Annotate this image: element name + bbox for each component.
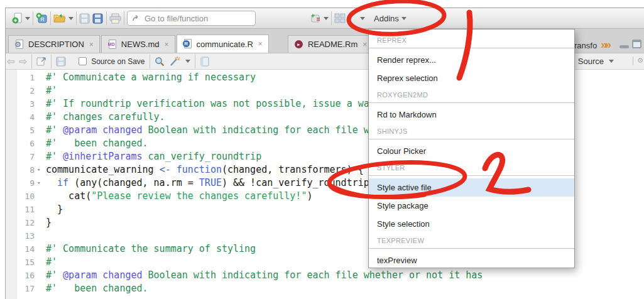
compile-notebook-icon[interactable]	[200, 57, 210, 67]
menu-item-style-package[interactable]: Style package	[369, 197, 574, 215]
main-toolbar: R Go to file/function	[6, 8, 644, 29]
code-text: cat("Please review the changes carefully…	[46, 190, 312, 203]
menu-separator	[369, 175, 574, 176]
source-on-save-checkbox[interactable]	[79, 57, 87, 65]
code-text: #'	[46, 84, 57, 97]
line-number: 5	[6, 124, 35, 137]
addins-dropdown-menu: REPREXRender reprex...Reprex selectionRO…	[368, 29, 575, 268]
line-number: 8	[6, 163, 35, 177]
code-line-16[interactable]: 16#' @param changed Boolean with indicat…	[6, 269, 644, 282]
toolbar-separator	[50, 11, 51, 25]
toolbar-separator	[195, 55, 195, 68]
pane-minimize-icon[interactable]	[619, 45, 629, 48]
open-file-icon[interactable]	[53, 13, 66, 23]
open-in-new-window-icon[interactable]	[36, 57, 46, 66]
line-number: 2	[6, 84, 35, 97]
tab-close-icon[interactable]: ×	[89, 40, 94, 49]
tab-close-icon[interactable]: ×	[363, 40, 367, 49]
toolbar-separator	[106, 11, 107, 25]
new-file-icon[interactable]	[12, 13, 23, 24]
source-on-save-label: Source on Save	[91, 57, 145, 66]
wand-dropdown-caret[interactable]	[185, 60, 190, 63]
menu-separator	[369, 48, 574, 48]
tab-close-icon[interactable]: ×	[258, 40, 263, 48]
line-number: 13	[6, 229, 35, 242]
menu-separator	[369, 248, 574, 249]
print-icon[interactable]	[109, 13, 121, 24]
menu-section-header: ROXYGEN2MD	[369, 87, 574, 100]
tab-README.Rm[interactable]: ▸README.Rm×	[288, 35, 373, 53]
save-icon[interactable]	[56, 57, 66, 67]
line-number: 12	[6, 216, 35, 229]
rmd-file-icon: ▸	[294, 40, 304, 50]
save-icon[interactable]	[79, 13, 90, 24]
tab-overflow-fragment[interactable]: ransfo	[574, 41, 597, 50]
toolbar-separator	[150, 55, 150, 68]
line-number: 10	[6, 190, 35, 203]
rstudio-window: R Go to file/function	[5, 8, 644, 299]
new-project-icon[interactable]: R	[36, 13, 48, 24]
tab-communicate.R[interactable]: Rcommunicate.R×	[177, 35, 269, 53]
goto-file-function-input[interactable]: Go to file/function	[127, 11, 256, 26]
menu-item-rd-to-markdown[interactable]: Rd to Markdown	[369, 106, 574, 124]
code-text: #' changes carefully.	[46, 111, 165, 124]
addins-button[interactable]: Addins	[360, 8, 407, 28]
line-number: 1	[6, 71, 35, 84]
line-number: 11	[6, 203, 35, 216]
toolbar-separator	[51, 55, 52, 68]
line-number: 17	[6, 282, 35, 295]
source-dropdown-caret	[609, 60, 614, 63]
menu-item-style-selection[interactable]: Style selection	[369, 215, 574, 233]
menu-separator	[369, 102, 574, 103]
gear-file-icon: ⚙	[14, 40, 25, 50]
menu-section-header: STYLER	[369, 160, 574, 173]
tab-label: README.Rm	[308, 40, 357, 49]
goto-placeholder: Go to file/function	[145, 14, 208, 23]
save-all-icon[interactable]	[92, 13, 104, 24]
source-button[interactable]: Source	[578, 53, 614, 69]
search-icon[interactable]	[155, 57, 165, 67]
pane-maximize-icon[interactable]	[632, 40, 641, 48]
vcs-icon[interactable]	[310, 13, 321, 24]
menu-item-reprex-selection[interactable]: Reprex selection	[369, 69, 574, 87]
open-file-dropdown-caret[interactable]	[68, 17, 74, 20]
forward-arrow-icon[interactable]: ⇨	[19, 56, 28, 67]
code-text: #' Communicate a warning if necessary	[46, 71, 256, 84]
panes-layout-icon[interactable]	[334, 13, 346, 23]
tab-label: NEWS.md	[121, 40, 160, 49]
tab-label: DESCRIPTION	[28, 40, 84, 49]
r-file-icon: R	[183, 39, 193, 49]
panes-dropdown-caret[interactable]	[360, 17, 365, 20]
code-text: #'	[46, 256, 57, 269]
line-number: 14	[6, 242, 35, 256]
toolbar-separator	[124, 11, 124, 25]
tab-NEWS.md[interactable]: MDNEWS.md×	[101, 35, 175, 53]
line-number: 6	[6, 137, 35, 150]
tab-DESCRIPTION[interactable]: ⚙DESCRIPTION×	[8, 35, 100, 53]
source-button-label: Source	[578, 57, 604, 66]
line-number: 9	[6, 177, 35, 190]
fold-caret-icon[interactable]: ▾	[37, 177, 40, 190]
code-text: #' been changed.	[46, 137, 148, 150]
line-number: 15	[6, 256, 35, 269]
menu-item-style-active-file[interactable]: Style active file	[369, 178, 574, 197]
fold-caret-icon[interactable]: ▾	[37, 163, 40, 177]
goto-arrow-icon	[133, 15, 141, 22]
menu-item-colour-picker[interactable]: Colour Picker	[369, 142, 574, 160]
code-line-17[interactable]: 17#' been changed.	[6, 282, 644, 295]
magic-wand-icon[interactable]	[169, 56, 181, 67]
menu-section-header: SHINYJS	[369, 124, 574, 136]
vcs-dropdown-caret[interactable]	[324, 17, 329, 20]
addins-dropdown-caret	[401, 17, 407, 20]
code-text: }	[46, 216, 52, 229]
tab-overflow-chevron-icon[interactable]: »»	[601, 38, 609, 52]
back-arrow-icon[interactable]: ⇦	[7, 56, 15, 67]
code-text: }	[46, 203, 63, 216]
line-number: 3	[6, 97, 35, 111]
menu-item-render-reprex-[interactable]: Render reprex...	[369, 51, 574, 69]
new-file-dropdown-caret[interactable]	[25, 17, 30, 20]
code-text: #' Communicate the summary of styling	[46, 242, 256, 256]
menu-item-texpreview[interactable]: texPreview	[369, 251, 574, 268]
tab-close-icon[interactable]: ×	[165, 40, 169, 49]
menu-separator	[369, 139, 574, 139]
